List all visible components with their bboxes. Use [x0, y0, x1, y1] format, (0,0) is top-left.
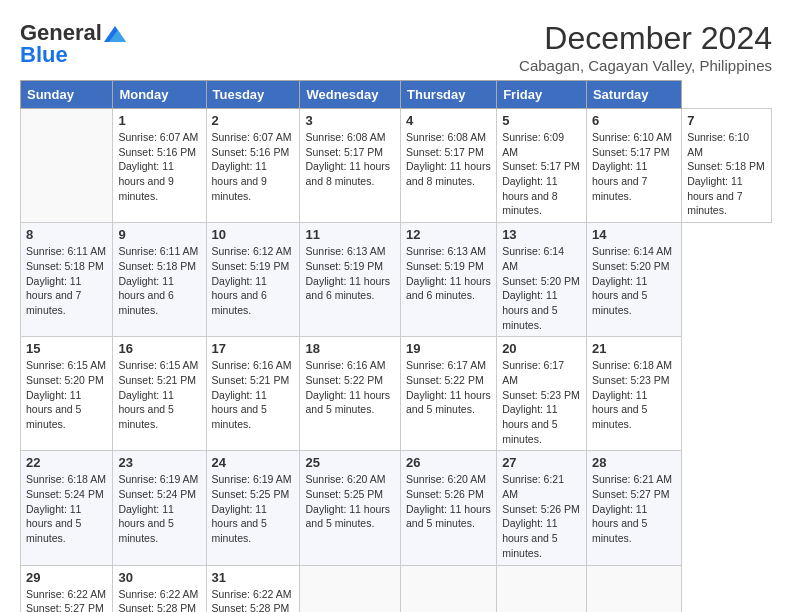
calendar-cell: 31Sunrise: 6:22 AMSunset: 5:28 PMDayligh… [206, 565, 300, 612]
logo: General Blue [20, 20, 126, 68]
day-number: 16 [118, 341, 200, 356]
calendar-cell: 13Sunrise: 6:14 AMSunset: 5:20 PMDayligh… [497, 223, 587, 337]
day-info: Sunrise: 6:16 AMSunset: 5:22 PMDaylight:… [305, 358, 395, 417]
day-number: 5 [502, 113, 581, 128]
calendar-cell: 11Sunrise: 6:13 AMSunset: 5:19 PMDayligh… [300, 223, 401, 337]
day-info: Sunrise: 6:21 AMSunset: 5:26 PMDaylight:… [502, 472, 581, 560]
calendar-cell: 20Sunrise: 6:17 AMSunset: 5:23 PMDayligh… [497, 337, 587, 451]
day-info: Sunrise: 6:22 AMSunset: 5:27 PMDaylight:… [26, 587, 107, 613]
calendar-cell: 4Sunrise: 6:08 AMSunset: 5:17 PMDaylight… [401, 109, 497, 223]
day-number: 12 [406, 227, 491, 242]
day-info: Sunrise: 6:22 AMSunset: 5:28 PMDaylight:… [212, 587, 295, 613]
calendar-cell: 7Sunrise: 6:10 AMSunset: 5:18 PMDaylight… [682, 109, 772, 223]
day-number: 21 [592, 341, 676, 356]
day-info: Sunrise: 6:18 AMSunset: 5:24 PMDaylight:… [26, 472, 107, 545]
week-row-1: 8Sunrise: 6:11 AMSunset: 5:18 PMDaylight… [21, 223, 772, 337]
week-row-3: 22Sunrise: 6:18 AMSunset: 5:24 PMDayligh… [21, 451, 772, 565]
day-info: Sunrise: 6:19 AMSunset: 5:24 PMDaylight:… [118, 472, 200, 545]
calendar-cell: 15Sunrise: 6:15 AMSunset: 5:20 PMDayligh… [21, 337, 113, 451]
day-number: 13 [502, 227, 581, 242]
day-info: Sunrise: 6:21 AMSunset: 5:27 PMDaylight:… [592, 472, 676, 545]
calendar-cell [300, 565, 401, 612]
day-number: 23 [118, 455, 200, 470]
day-info: Sunrise: 6:07 AMSunset: 5:16 PMDaylight:… [212, 130, 295, 203]
day-number: 6 [592, 113, 676, 128]
column-header-tuesday: Tuesday [206, 81, 300, 109]
day-info: Sunrise: 6:19 AMSunset: 5:25 PMDaylight:… [212, 472, 295, 545]
calendar-cell: 12Sunrise: 6:13 AMSunset: 5:19 PMDayligh… [401, 223, 497, 337]
main-title: December 2024 [519, 20, 772, 57]
day-info: Sunrise: 6:20 AMSunset: 5:26 PMDaylight:… [406, 472, 491, 531]
logo-icon [104, 26, 126, 42]
day-info: Sunrise: 6:16 AMSunset: 5:21 PMDaylight:… [212, 358, 295, 431]
day-number: 17 [212, 341, 295, 356]
day-number: 30 [118, 570, 200, 585]
day-number: 15 [26, 341, 107, 356]
day-info: Sunrise: 6:13 AMSunset: 5:19 PMDaylight:… [406, 244, 491, 303]
day-number: 19 [406, 341, 491, 356]
day-number: 25 [305, 455, 395, 470]
day-info: Sunrise: 6:10 AMSunset: 5:18 PMDaylight:… [687, 130, 766, 218]
day-number: 1 [118, 113, 200, 128]
day-number: 29 [26, 570, 107, 585]
calendar-cell: 8Sunrise: 6:11 AMSunset: 5:18 PMDaylight… [21, 223, 113, 337]
day-info: Sunrise: 6:13 AMSunset: 5:19 PMDaylight:… [305, 244, 395, 303]
calendar-cell: 1Sunrise: 6:07 AMSunset: 5:16 PMDaylight… [113, 109, 206, 223]
day-info: Sunrise: 6:14 AMSunset: 5:20 PMDaylight:… [502, 244, 581, 332]
calendar-cell: 10Sunrise: 6:12 AMSunset: 5:19 PMDayligh… [206, 223, 300, 337]
day-info: Sunrise: 6:17 AMSunset: 5:23 PMDaylight:… [502, 358, 581, 446]
day-info: Sunrise: 6:12 AMSunset: 5:19 PMDaylight:… [212, 244, 295, 317]
calendar-cell [401, 565, 497, 612]
day-info: Sunrise: 6:08 AMSunset: 5:17 PMDaylight:… [305, 130, 395, 189]
calendar-cell: 14Sunrise: 6:14 AMSunset: 5:20 PMDayligh… [586, 223, 681, 337]
calendar-cell: 24Sunrise: 6:19 AMSunset: 5:25 PMDayligh… [206, 451, 300, 565]
week-row-0: 1Sunrise: 6:07 AMSunset: 5:16 PMDaylight… [21, 109, 772, 223]
day-number: 27 [502, 455, 581, 470]
day-info: Sunrise: 6:07 AMSunset: 5:16 PMDaylight:… [118, 130, 200, 203]
day-number: 31 [212, 570, 295, 585]
week-row-2: 15Sunrise: 6:15 AMSunset: 5:20 PMDayligh… [21, 337, 772, 451]
day-number: 26 [406, 455, 491, 470]
calendar-cell: 17Sunrise: 6:16 AMSunset: 5:21 PMDayligh… [206, 337, 300, 451]
calendar-cell: 19Sunrise: 6:17 AMSunset: 5:22 PMDayligh… [401, 337, 497, 451]
day-info: Sunrise: 6:08 AMSunset: 5:17 PMDaylight:… [406, 130, 491, 189]
column-header-friday: Friday [497, 81, 587, 109]
day-info: Sunrise: 6:11 AMSunset: 5:18 PMDaylight:… [118, 244, 200, 317]
calendar-header-row: SundayMondayTuesdayWednesdayThursdayFrid… [21, 81, 772, 109]
day-info: Sunrise: 6:17 AMSunset: 5:22 PMDaylight:… [406, 358, 491, 417]
calendar-cell: 30Sunrise: 6:22 AMSunset: 5:28 PMDayligh… [113, 565, 206, 612]
day-info: Sunrise: 6:20 AMSunset: 5:25 PMDaylight:… [305, 472, 395, 531]
page-header: General Blue December 2024 Cabagan, Caga… [20, 20, 772, 74]
day-info: Sunrise: 6:09 AMSunset: 5:17 PMDaylight:… [502, 130, 581, 218]
column-header-saturday: Saturday [586, 81, 681, 109]
day-number: 8 [26, 227, 107, 242]
calendar-cell: 16Sunrise: 6:15 AMSunset: 5:21 PMDayligh… [113, 337, 206, 451]
calendar-cell: 2Sunrise: 6:07 AMSunset: 5:16 PMDaylight… [206, 109, 300, 223]
column-header-wednesday: Wednesday [300, 81, 401, 109]
calendar-cell [497, 565, 587, 612]
day-info: Sunrise: 6:14 AMSunset: 5:20 PMDaylight:… [592, 244, 676, 317]
column-header-monday: Monday [113, 81, 206, 109]
column-header-thursday: Thursday [401, 81, 497, 109]
day-number: 7 [687, 113, 766, 128]
calendar-cell: 3Sunrise: 6:08 AMSunset: 5:17 PMDaylight… [300, 109, 401, 223]
logo-blue: Blue [20, 42, 68, 68]
day-info: Sunrise: 6:22 AMSunset: 5:28 PMDaylight:… [118, 587, 200, 613]
week-row-4: 29Sunrise: 6:22 AMSunset: 5:27 PMDayligh… [21, 565, 772, 612]
calendar-cell: 27Sunrise: 6:21 AMSunset: 5:26 PMDayligh… [497, 451, 587, 565]
day-number: 11 [305, 227, 395, 242]
calendar-cell: 22Sunrise: 6:18 AMSunset: 5:24 PMDayligh… [21, 451, 113, 565]
day-number: 9 [118, 227, 200, 242]
day-number: 4 [406, 113, 491, 128]
day-number: 18 [305, 341, 395, 356]
calendar-cell [21, 109, 113, 223]
calendar-cell: 28Sunrise: 6:21 AMSunset: 5:27 PMDayligh… [586, 451, 681, 565]
day-info: Sunrise: 6:15 AMSunset: 5:20 PMDaylight:… [26, 358, 107, 431]
day-number: 20 [502, 341, 581, 356]
day-info: Sunrise: 6:10 AMSunset: 5:17 PMDaylight:… [592, 130, 676, 203]
day-number: 28 [592, 455, 676, 470]
calendar-cell: 23Sunrise: 6:19 AMSunset: 5:24 PMDayligh… [113, 451, 206, 565]
calendar-cell: 21Sunrise: 6:18 AMSunset: 5:23 PMDayligh… [586, 337, 681, 451]
title-section: December 2024 Cabagan, Cagayan Valley, P… [519, 20, 772, 74]
calendar-cell: 29Sunrise: 6:22 AMSunset: 5:27 PMDayligh… [21, 565, 113, 612]
